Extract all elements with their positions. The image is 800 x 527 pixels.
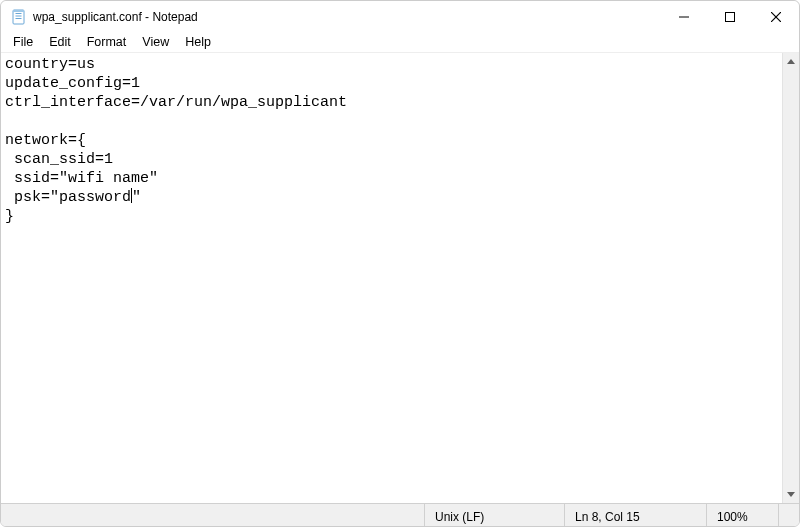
vertical-scrollbar[interactable] [782, 53, 799, 503]
svg-marker-10 [787, 492, 795, 497]
close-button[interactable] [753, 1, 799, 32]
editor-line: country=us [5, 56, 95, 73]
menu-edit[interactable]: Edit [41, 33, 79, 51]
editor-line: ssid="wifi name" [5, 170, 158, 187]
svg-rect-6 [726, 12, 735, 21]
menu-format[interactable]: Format [79, 33, 135, 51]
editor-line: scan_ssid=1 [5, 151, 113, 168]
menu-view[interactable]: View [134, 33, 177, 51]
scroll-track[interactable] [783, 70, 799, 486]
editor-line: " [132, 189, 141, 206]
editor-line: network={ [5, 132, 86, 149]
maximize-button[interactable] [707, 1, 753, 32]
status-tail [778, 504, 799, 526]
editor-line: update_config=1 [5, 75, 140, 92]
editor-wrap: country=us update_config=1 ctrl_interfac… [1, 53, 799, 503]
window-title: wpa_supplicant.conf - Notepad [33, 10, 198, 24]
status-eol: Unix (LF) [424, 504, 564, 526]
svg-rect-0 [13, 10, 24, 24]
window-controls [661, 1, 799, 32]
editor-line: psk="password [5, 189, 131, 206]
status-zoom: 100% [706, 504, 778, 526]
text-editor[interactable]: country=us update_config=1 ctrl_interfac… [1, 53, 782, 503]
editor-line: } [5, 208, 14, 225]
menu-bar: File Edit Format View Help [1, 32, 799, 53]
status-position: Ln 8, Col 15 [564, 504, 706, 526]
scroll-down-icon[interactable] [783, 486, 799, 503]
menu-help[interactable]: Help [177, 33, 219, 51]
svg-rect-4 [13, 10, 24, 12]
svg-marker-9 [787, 59, 795, 64]
scroll-up-icon[interactable] [783, 53, 799, 70]
menu-file[interactable]: File [5, 33, 41, 51]
status-bar: Unix (LF) Ln 8, Col 15 100% [1, 503, 799, 526]
notepad-icon [11, 9, 27, 25]
title-bar: wpa_supplicant.conf - Notepad [1, 1, 799, 32]
status-empty [1, 504, 424, 526]
minimize-button[interactable] [661, 1, 707, 32]
editor-line: ctrl_interface=/var/run/wpa_supplicant [5, 94, 347, 111]
